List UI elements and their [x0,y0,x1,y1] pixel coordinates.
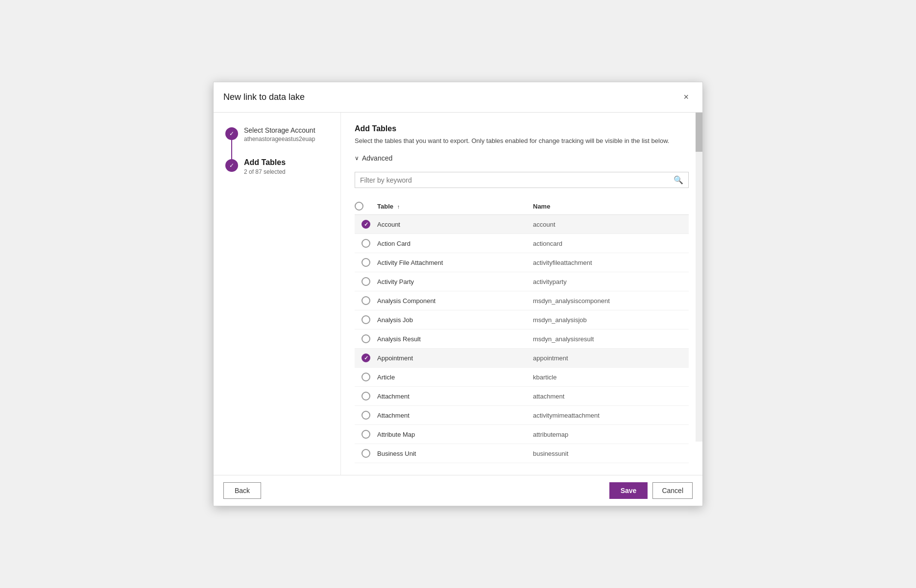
row-system-name: account [533,221,689,228]
row-checkbox[interactable] [362,334,370,343]
table-row[interactable]: Activity File Attachment activityfileatt… [355,253,689,272]
dialog-body: ✓ Select Storage Account athenastorageea… [214,113,702,475]
row-system-name: actioncard [533,240,689,247]
table-row[interactable]: Action Card actioncard [355,234,689,253]
row-checkbox-col [355,315,377,324]
row-checkbox[interactable] [362,411,370,420]
step-2-wrapper: ✓ Add Tables 2 of 87 selected [225,158,329,185]
step-2-subtitle: 2 of 87 selected [244,168,286,175]
search-input[interactable] [360,176,674,184]
table-row[interactable]: Attachment attachment [355,387,689,406]
step-2-check-icon: ✓ [229,162,234,169]
dialog-footer: Back Save Cancel [214,475,702,506]
row-checkbox[interactable] [362,373,370,381]
row-checkbox[interactable] [362,315,370,324]
row-checkbox[interactable] [362,296,370,305]
search-icon: 🔍 [674,175,683,185]
advanced-toggle-label: Advanced [362,154,392,162]
row-system-name: activityfileattachment [533,259,689,266]
sidebar: ✓ Select Storage Account athenastorageea… [214,113,341,475]
row-table-name: Activity File Attachment [377,259,533,266]
step-1-content: Select Storage Account athenastorageeast… [244,126,315,152]
row-table-name: Analysis Result [377,335,533,343]
row-system-name: msdyn_analysisresult [533,335,689,343]
row-checkbox[interactable] [362,449,370,458]
row-system-name: activitymimeattachment [533,412,689,419]
table-row[interactable]: Analysis Job msdyn_analysisjob [355,310,689,329]
section-title: Add Tables [355,124,689,133]
table-row[interactable]: Attribute Map attributemap [355,425,689,444]
step-1: ✓ Select Storage Account athenastorageea… [225,126,329,152]
table-rows-container: Account account Action Card actioncard A… [355,215,689,463]
table-row[interactable]: Appointment appointment [355,349,689,368]
row-table-name: Article [377,374,533,381]
row-checkbox-col [355,277,377,286]
row-checkbox-col [355,373,377,381]
dialog: New link to data lake × ✓ Select Storage… [213,82,703,506]
row-system-name: attributemap [533,431,689,438]
row-system-name: activityparty [533,278,689,285]
table-row[interactable]: Attachment activitymimeattachment [355,406,689,425]
table-row[interactable]: Activity Party activityparty [355,272,689,291]
row-table-name: Analysis Job [377,316,533,324]
row-table-name: Attachment [377,393,533,400]
select-all-checkbox[interactable] [355,202,363,211]
table-row[interactable]: Business Unit businessunit [355,444,689,463]
step-2-content: Add Tables 2 of 87 selected [244,158,286,185]
step-1-check-icon: ✓ [229,130,234,137]
table-header-row: Table ↑ Name [355,198,689,215]
row-system-name: appointment [533,354,689,362]
row-checkbox[interactable] [362,392,370,400]
row-system-name: businessunit [533,450,689,457]
back-button[interactable]: Back [223,482,261,499]
row-table-name: Appointment [377,354,533,362]
row-checkbox-col [355,353,377,362]
close-button[interactable]: × [679,90,693,104]
row-checkbox-col [355,430,377,439]
row-table-name: Attribute Map [377,431,533,438]
chevron-down-icon: ∨ [355,155,359,162]
row-table-name: Attachment [377,412,533,419]
row-table-name: Analysis Component [377,297,533,305]
row-checkbox-col [355,220,377,229]
step-2-circle: ✓ [225,159,238,172]
row-checkbox-col [355,392,377,400]
section-description: Select the tables that you want to expor… [355,137,689,144]
search-row: 🔍 [355,172,689,188]
row-table-name: Account [377,221,533,228]
step-1-circle: ✓ [225,127,238,140]
table-row[interactable]: Analysis Component msdyn_analysiscompone… [355,291,689,310]
row-checkbox[interactable] [362,220,370,229]
table-row[interactable]: Analysis Result msdyn_analysisresult [355,329,689,349]
row-checkbox[interactable] [362,277,370,286]
row-system-name: msdyn_analysiscomponent [533,297,689,305]
content-area: Add Tables Select the tables that you wa… [341,113,702,475]
step-1-subtitle: athenastorageeastus2euap [244,136,315,142]
dialog-header: New link to data lake × [214,82,702,113]
scrollbar-thumb[interactable] [696,113,702,152]
row-checkbox[interactable] [362,430,370,439]
step-1-title: Select Storage Account [244,126,315,134]
row-checkbox-col [355,449,377,458]
cancel-button[interactable]: Cancel [652,482,693,499]
table-container: Table ↑ Name Account account Action Card [355,198,689,463]
row-checkbox[interactable] [362,353,370,362]
save-button[interactable]: Save [609,482,648,499]
step-connector [231,139,232,161]
main-content: Add Tables Select the tables that you wa… [341,113,702,475]
row-checkbox[interactable] [362,258,370,267]
row-system-name: attachment [533,393,689,400]
dialog-title: New link to data lake [223,92,305,102]
row-checkbox-col [355,239,377,248]
step-1-wrapper: ✓ Select Storage Account athenastorageea… [225,126,329,152]
row-checkbox[interactable] [362,239,370,248]
table-row[interactable]: Account account [355,215,689,234]
row-checkbox-col [355,334,377,343]
scrollbar-track[interactable] [696,113,702,442]
sort-arrow-icon: ↑ [397,204,400,210]
row-checkbox-col [355,411,377,420]
advanced-toggle[interactable]: ∨ Advanced [355,154,689,162]
table-row[interactable]: Article kbarticle [355,368,689,387]
column-table-header[interactable]: Table ↑ [377,203,533,210]
step-2: ✓ Add Tables 2 of 87 selected [225,158,329,185]
